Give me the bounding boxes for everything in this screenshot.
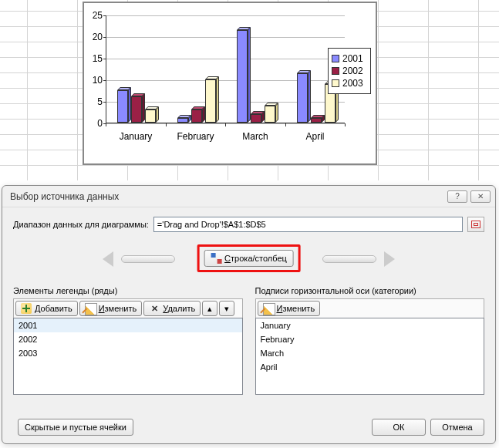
highlighted-switch-button: Строка/столбец [197,244,301,272]
chart-bar [237,30,248,123]
legend-entries-label: Элементы легенды (ряды) [13,286,243,295]
chart-bar [205,79,216,123]
chart-plot: JanuaryFebruaryMarchApril [106,15,345,145]
y-tick-label: 10 [84,75,103,86]
y-tick-label: 15 [84,53,103,64]
dialog-titlebar[interactable]: Выбор источника данных ? ✕ [2,186,495,207]
list-item[interactable]: February [256,332,484,346]
chart-bar [251,114,261,123]
chart-bar [131,96,142,123]
dialog-title: Выбор источника данных [10,191,119,202]
list-item[interactable]: 2003 [14,346,242,360]
arrow-left-icon [106,251,175,271]
axis-labels-label: Подписи горизонтальной оси (категории) [255,286,485,295]
remove-series-button[interactable]: Удалить [143,301,201,316]
legend-item: 2003 [332,78,367,89]
x-tick-label: January [120,131,153,142]
legend-label: 2003 [342,78,363,89]
ok-button[interactable]: ОК [372,419,426,436]
y-tick-label: 0 [84,118,103,129]
edit-icon [85,303,96,314]
legend-swatch [332,79,339,87]
legend-toolbar: Добавить Изменить Удалить ▴ ▾ [13,298,243,318]
move-up-button[interactable]: ▴ [202,301,217,316]
edit-icon [263,303,274,314]
chart-bar [297,73,308,123]
axis-listbox[interactable]: JanuaryFebruaryMarchApril [255,318,485,395]
chart-bar [117,90,128,123]
add-icon [21,303,32,314]
switch-row: Строка/столбец [13,243,484,281]
legend-swatch [332,67,339,75]
list-item[interactable]: 2002 [14,332,242,346]
axis-toolbar: Изменить [255,298,485,318]
list-item[interactable]: April [256,360,484,374]
chart-data-range-input[interactable] [153,217,463,232]
range-picker-button[interactable] [467,217,484,232]
legend-label: 2002 [342,66,363,76]
edit-series-button[interactable]: Изменить [79,301,143,316]
y-tick-label: 5 [84,96,103,107]
switch-label-rest: трока/столбец [231,254,287,263]
arrow-right-icon [322,251,392,271]
cancel-button[interactable]: Отмена [430,419,484,436]
chart-bar [311,118,322,123]
y-tick-label: 20 [84,32,103,42]
legend-label: 2001 [342,53,363,64]
legend-item: 2001 [332,53,367,64]
select-data-source-dialog: Выбор источника данных ? ✕ Диапазон данн… [2,185,496,444]
series-listbox[interactable]: 200120022003 [13,318,243,395]
list-item[interactable]: March [256,346,484,360]
move-down-button[interactable]: ▾ [219,301,234,316]
list-item[interactable]: 2001 [14,318,242,332]
x-tick-label: March [242,131,268,142]
chart-yaxis: 0510152025 [84,15,104,147]
chart[interactable]: 0510152025 JanuaryFebruaryMarchApril 200… [83,2,377,165]
legend-item: 2002 [332,66,367,76]
x-tick-label: April [305,131,324,142]
chart-bar [177,118,188,123]
close-button[interactable]: ✕ [470,190,491,203]
switch-icon [211,253,221,264]
chart-data-range-label: Диапазон данных для диаграммы: [13,220,149,229]
list-item[interactable]: January [256,318,484,332]
chart-bar [265,106,275,123]
x-tick-label: February [177,131,214,142]
add-series-button[interactable]: Добавить [15,301,78,316]
chart-bar [191,109,202,123]
edit-axis-button[interactable]: Изменить [258,301,321,316]
help-button[interactable]: ? [447,190,467,203]
legend-swatch [332,55,339,62]
y-tick-label: 25 [84,10,103,21]
hidden-empty-cells-button[interactable]: Скрытые и пустые ячейки [18,419,133,436]
switch-row-column-button[interactable]: Строка/столбец [204,250,294,267]
chart-legend: 200120022003 [328,48,371,94]
chart-bar [145,109,156,123]
delete-icon [149,303,160,314]
